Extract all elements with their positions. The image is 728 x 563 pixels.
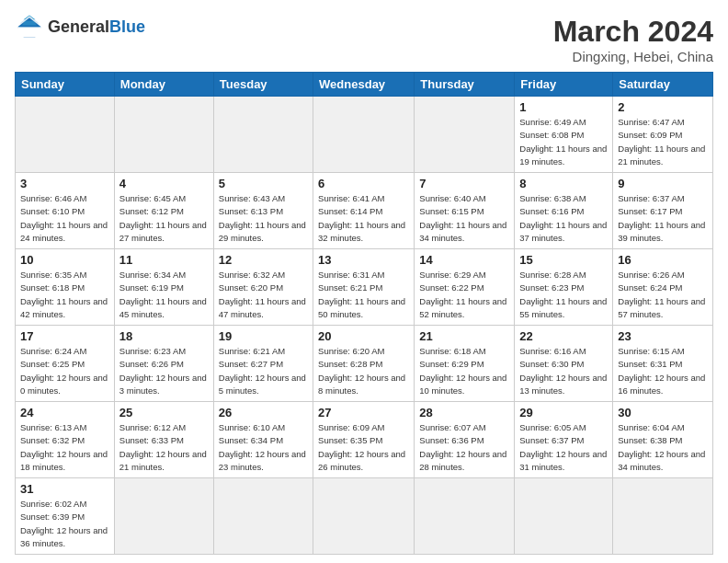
sun-info: Sunrise: 6:41 AM Sunset: 6:14 PM Dayligh…: [318, 192, 409, 245]
page-header: GeneralBlue March 2024 Dingxing, Hebei, …: [15, 15, 713, 64]
location: Dingxing, Hebei, China: [553, 49, 713, 64]
day-header-thursday: Thursday: [415, 73, 515, 97]
day-header-wednesday: Wednesday: [313, 73, 415, 97]
sun-info: Sunrise: 6:05 AM Sunset: 6:37 PM Dayligh…: [519, 421, 608, 474]
svg-rect-3: [17, 27, 41, 37]
sun-info: Sunrise: 6:35 AM Sunset: 6:18 PM Dayligh…: [20, 269, 109, 321]
day-number: 1: [519, 100, 608, 114]
day-header-tuesday: Tuesday: [213, 73, 313, 97]
calendar-cell: 21Sunrise: 6:18 AM Sunset: 6:29 PM Dayli…: [415, 326, 515, 402]
day-number: 31: [20, 482, 109, 496]
calendar-cell: 29Sunrise: 6:05 AM Sunset: 6:37 PM Dayli…: [515, 402, 613, 478]
calendar-cell: [114, 478, 213, 555]
calendar-cell: 15Sunrise: 6:28 AM Sunset: 6:23 PM Dayli…: [515, 249, 613, 326]
logo: GeneralBlue: [15, 15, 145, 40]
day-header-sunday: Sunday: [16, 73, 115, 97]
day-number: 7: [419, 177, 509, 190]
calendar-cell: 12Sunrise: 6:32 AM Sunset: 6:20 PM Dayli…: [213, 249, 313, 326]
calendar-cell: 22Sunrise: 6:16 AM Sunset: 6:30 PM Dayli…: [515, 326, 613, 402]
calendar-cell: [16, 97, 115, 173]
day-number: 23: [618, 329, 708, 343]
calendar-cell: 18Sunrise: 6:23 AM Sunset: 6:26 PM Dayli…: [114, 326, 213, 402]
calendar-cell: [515, 478, 613, 555]
sun-info: Sunrise: 6:10 AM Sunset: 6:34 PM Dayligh…: [219, 421, 308, 474]
day-number: 20: [318, 329, 409, 343]
day-number: 4: [119, 177, 209, 190]
calendar-week-row: 17Sunrise: 6:24 AM Sunset: 6:25 PM Dayli…: [16, 326, 713, 402]
day-number: 13: [318, 253, 409, 267]
logo-icon: [15, 15, 44, 40]
sun-info: Sunrise: 6:09 AM Sunset: 6:35 PM Dayligh…: [318, 421, 409, 474]
calendar-cell: 24Sunrise: 6:13 AM Sunset: 6:32 PM Dayli…: [16, 402, 115, 478]
sun-info: Sunrise: 6:21 AM Sunset: 6:27 PM Dayligh…: [219, 345, 308, 397]
day-number: 25: [119, 406, 209, 419]
sun-info: Sunrise: 6:15 AM Sunset: 6:31 PM Dayligh…: [618, 345, 708, 397]
calendar-table: SundayMondayTuesdayWednesdayThursdayFrid…: [15, 72, 713, 555]
calendar-cell: [313, 478, 415, 555]
calendar-cell: 11Sunrise: 6:34 AM Sunset: 6:19 PM Dayli…: [114, 249, 213, 326]
calendar-cell: 13Sunrise: 6:31 AM Sunset: 6:21 PM Dayli…: [313, 249, 415, 326]
sun-info: Sunrise: 6:24 AM Sunset: 6:25 PM Dayligh…: [20, 345, 109, 397]
calendar-cell: 5Sunrise: 6:43 AM Sunset: 6:13 PM Daylig…: [213, 173, 313, 249]
day-number: 26: [219, 406, 308, 419]
sun-info: Sunrise: 6:12 AM Sunset: 6:33 PM Dayligh…: [119, 421, 209, 474]
sun-info: Sunrise: 6:43 AM Sunset: 6:13 PM Dayligh…: [219, 192, 308, 245]
sun-info: Sunrise: 6:46 AM Sunset: 6:10 PM Dayligh…: [20, 192, 109, 245]
sun-info: Sunrise: 6:28 AM Sunset: 6:23 PM Dayligh…: [519, 269, 608, 321]
calendar-cell: 2Sunrise: 6:47 AM Sunset: 6:09 PM Daylig…: [613, 97, 713, 173]
sun-info: Sunrise: 6:23 AM Sunset: 6:26 PM Dayligh…: [119, 345, 209, 397]
day-number: 21: [419, 329, 509, 343]
day-number: 17: [20, 329, 109, 343]
day-number: 2: [618, 100, 708, 114]
day-header-friday: Friday: [515, 73, 613, 97]
day-number: 9: [618, 177, 708, 190]
sun-info: Sunrise: 6:02 AM Sunset: 6:39 PM Dayligh…: [20, 498, 109, 550]
calendar-cell: 9Sunrise: 6:37 AM Sunset: 6:17 PM Daylig…: [613, 173, 713, 249]
calendar-cell: 14Sunrise: 6:29 AM Sunset: 6:22 PM Dayli…: [415, 249, 515, 326]
sun-info: Sunrise: 6:38 AM Sunset: 6:16 PM Dayligh…: [519, 192, 608, 245]
day-number: 22: [519, 329, 608, 343]
calendar-cell: 7Sunrise: 6:40 AM Sunset: 6:15 PM Daylig…: [415, 173, 515, 249]
calendar-cell: 8Sunrise: 6:38 AM Sunset: 6:16 PM Daylig…: [515, 173, 613, 249]
month-title: March 2024: [553, 15, 713, 49]
calendar-cell: 6Sunrise: 6:41 AM Sunset: 6:14 PM Daylig…: [313, 173, 415, 249]
day-number: 12: [219, 253, 308, 267]
sun-info: Sunrise: 6:26 AM Sunset: 6:24 PM Dayligh…: [618, 269, 708, 321]
calendar-cell: [415, 478, 515, 555]
day-number: 24: [20, 406, 109, 419]
calendar-cell: 4Sunrise: 6:45 AM Sunset: 6:12 PM Daylig…: [114, 173, 213, 249]
day-number: 11: [119, 253, 209, 267]
day-number: 27: [318, 406, 409, 419]
day-number: 15: [519, 253, 608, 267]
sun-info: Sunrise: 6:34 AM Sunset: 6:19 PM Dayligh…: [119, 269, 209, 321]
sun-info: Sunrise: 6:49 AM Sunset: 6:08 PM Dayligh…: [519, 116, 608, 168]
day-number: 8: [519, 177, 608, 190]
day-header-saturday: Saturday: [613, 73, 713, 97]
sun-info: Sunrise: 6:47 AM Sunset: 6:09 PM Dayligh…: [618, 116, 708, 168]
calendar-cell: 20Sunrise: 6:20 AM Sunset: 6:28 PM Dayli…: [313, 326, 415, 402]
sun-info: Sunrise: 6:16 AM Sunset: 6:30 PM Dayligh…: [519, 345, 608, 397]
calendar-cell: [313, 97, 415, 173]
title-block: March 2024 Dingxing, Hebei, China: [553, 15, 713, 64]
day-number: 18: [119, 329, 209, 343]
sun-info: Sunrise: 6:13 AM Sunset: 6:32 PM Dayligh…: [20, 421, 109, 474]
calendar-cell: 28Sunrise: 6:07 AM Sunset: 6:36 PM Dayli…: [415, 402, 515, 478]
sun-info: Sunrise: 6:29 AM Sunset: 6:22 PM Dayligh…: [419, 269, 509, 321]
calendar-cell: 1Sunrise: 6:49 AM Sunset: 6:08 PM Daylig…: [515, 97, 613, 173]
sun-info: Sunrise: 6:37 AM Sunset: 6:17 PM Dayligh…: [618, 192, 708, 245]
calendar-week-row: 1Sunrise: 6:49 AM Sunset: 6:08 PM Daylig…: [16, 97, 713, 173]
calendar-cell: 31Sunrise: 6:02 AM Sunset: 6:39 PM Dayli…: [16, 478, 115, 555]
calendar-cell: 3Sunrise: 6:46 AM Sunset: 6:10 PM Daylig…: [16, 173, 115, 249]
sun-info: Sunrise: 6:31 AM Sunset: 6:21 PM Dayligh…: [318, 269, 409, 321]
sun-info: Sunrise: 6:20 AM Sunset: 6:28 PM Dayligh…: [318, 345, 409, 397]
day-number: 3: [20, 177, 109, 190]
sun-info: Sunrise: 6:07 AM Sunset: 6:36 PM Dayligh…: [419, 421, 509, 474]
sun-info: Sunrise: 6:45 AM Sunset: 6:12 PM Dayligh…: [119, 192, 209, 245]
calendar-cell: [213, 97, 313, 173]
day-number: 30: [618, 406, 708, 419]
calendar-cell: 30Sunrise: 6:04 AM Sunset: 6:38 PM Dayli…: [613, 402, 713, 478]
calendar-cell: 23Sunrise: 6:15 AM Sunset: 6:31 PM Dayli…: [613, 326, 713, 402]
calendar-week-row: 31Sunrise: 6:02 AM Sunset: 6:39 PM Dayli…: [16, 478, 713, 555]
sun-info: Sunrise: 6:04 AM Sunset: 6:38 PM Dayligh…: [618, 421, 708, 474]
sun-info: Sunrise: 6:32 AM Sunset: 6:20 PM Dayligh…: [219, 269, 308, 321]
